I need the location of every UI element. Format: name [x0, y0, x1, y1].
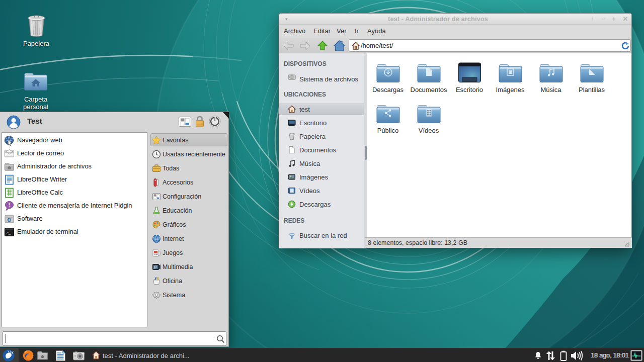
svg-text:!: !	[9, 202, 10, 208]
svg-text:>_: >_	[6, 230, 11, 235]
